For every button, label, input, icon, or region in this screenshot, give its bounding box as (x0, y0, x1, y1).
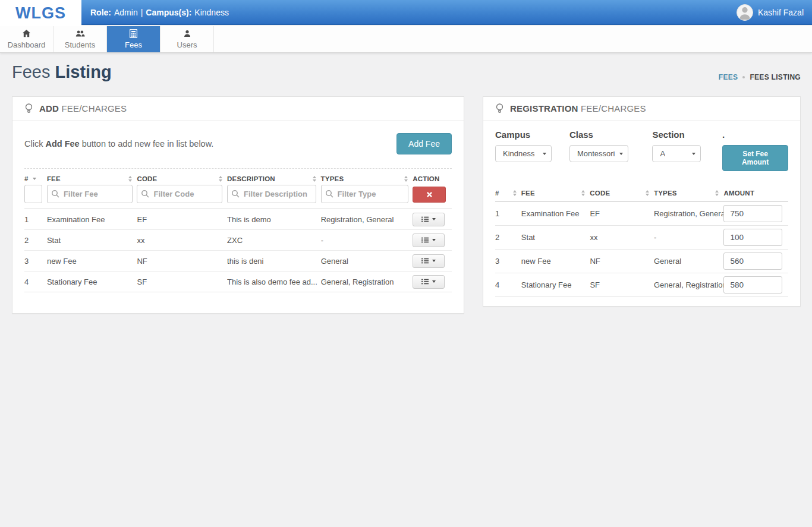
cell-code: NF (137, 257, 227, 266)
row-actions-dropdown[interactable] (413, 213, 445, 226)
tab-label: Students (65, 40, 95, 49)
hint-bold: Add Fee (45, 139, 79, 149)
caret-down-icon (692, 153, 695, 155)
sort-icon (404, 176, 413, 182)
panel-title-rest: FEE/CHARGES (59, 103, 127, 113)
row-actions-dropdown[interactable] (413, 233, 445, 247)
col-header-code[interactable]: CODE (590, 190, 654, 197)
cell-code: EF (137, 215, 227, 224)
page-title-light: Fees (12, 62, 50, 81)
app-logo-text: WLGS (15, 4, 66, 23)
cell-code: xx (590, 233, 654, 242)
cell-fee: Stationary Fee (521, 280, 590, 289)
list-icon (421, 216, 429, 223)
table-row: 2 Stat xx ZXC - (24, 230, 452, 251)
calculator-icon (130, 29, 137, 38)
filter-description-input[interactable] (227, 185, 316, 203)
cell-description: This is also demo fee ad... (227, 277, 321, 286)
breadcrumb-fees-link[interactable]: FEES (719, 73, 738, 81)
sort-icon (313, 176, 321, 182)
campus-label: Campus (495, 130, 552, 140)
x-icon (427, 192, 432, 197)
section-label: Section (652, 130, 701, 140)
col-header-num[interactable]: # (495, 190, 521, 197)
caret-down-icon (619, 153, 623, 155)
panel-title: REGISTRATION FEE/CHARGES (510, 103, 646, 113)
cell-num: 2 (24, 236, 47, 245)
sort-icon (646, 190, 654, 196)
cell-description: This is demo (227, 215, 321, 224)
add-fee-hint-row: Click Add Fee button to add new fee in l… (24, 121, 452, 169)
students-icon (75, 29, 85, 38)
breadcrumb: FEES FEES LISTING (719, 73, 801, 81)
registration-fee-panel: REGISTRATION FEE/CHARGES Campus Kindness… (483, 96, 801, 307)
user-menu[interactable]: Kashif Fazal (737, 0, 804, 25)
cell-fee: new Fee (521, 257, 590, 266)
cell-code: xx (137, 236, 227, 245)
amount-input[interactable] (723, 276, 782, 294)
col-header-num[interactable]: # (24, 175, 47, 182)
col-header-fee[interactable]: FEE (47, 175, 137, 182)
cell-num: 1 (495, 209, 521, 218)
tab-fees[interactable]: Fees (107, 26, 160, 52)
registration-filter-form: Campus Kindness Class Montessori Section… (495, 121, 788, 171)
campus-label: Campus(s): (146, 8, 191, 17)
section-select[interactable]: A (652, 145, 701, 162)
lightbulb-icon (24, 103, 33, 113)
cell-fee: Examination Fee (521, 209, 590, 218)
cell-types: Registration, General (321, 215, 413, 224)
page-title-bold: Listing (55, 62, 112, 81)
campus-value: Kindness (194, 8, 229, 17)
tab-students[interactable]: Students (53, 26, 107, 52)
col-header-fee[interactable]: FEE (521, 190, 590, 197)
col-header-description[interactable]: DESCRIPTION (227, 175, 321, 182)
filter-num-input[interactable] (24, 185, 42, 203)
col-header-amount: AMOUNT (723, 190, 788, 197)
add-fee-panel-header: ADD FEE/CHARGES (12, 97, 464, 121)
col-header-types[interactable]: TYPES (654, 190, 724, 197)
panel-title-rest: FEE/CHARGES (578, 103, 646, 113)
table-row: 4 Stationary Fee SF General, Registratio… (495, 273, 788, 297)
row-actions-dropdown[interactable] (413, 275, 445, 289)
tab-label: Fees (125, 40, 142, 49)
set-fee-amount-button[interactable]: Set Fee Amount (722, 145, 788, 171)
cell-code: SF (590, 280, 654, 289)
amount-input[interactable] (723, 253, 782, 270)
table-row: 4 Stationary Fee SF This is also demo fe… (24, 272, 452, 292)
amount-input[interactable] (723, 205, 782, 222)
cell-types: - (321, 236, 413, 245)
cell-types: Registration, General (654, 209, 724, 218)
add-fee-button[interactable]: Add Fee (396, 133, 452, 154)
filter-type-input[interactable] (321, 185, 408, 203)
col-header-types[interactable]: TYPES (321, 175, 413, 182)
separator: | (141, 8, 143, 17)
amount-input[interactable] (723, 229, 782, 246)
cell-code: SF (137, 277, 227, 286)
campus-select[interactable]: Kindness (495, 145, 552, 162)
list-icon (421, 236, 429, 244)
registration-panel-header: REGISTRATION FEE/CHARGES (483, 97, 800, 121)
tab-users[interactable]: Users (160, 26, 214, 52)
role-label: Role: (90, 8, 111, 17)
row-actions-dropdown[interactable] (413, 254, 445, 268)
clear-filters-button[interactable] (413, 187, 446, 203)
user-icon (183, 29, 191, 38)
col-header-code[interactable]: CODE (137, 175, 227, 182)
add-fee-hint: Click Add Fee button to add new fee in l… (24, 139, 213, 149)
filter-fee-input[interactable] (47, 185, 133, 203)
section-select-value: A (660, 149, 665, 158)
registration-table: # FEE CODE TYPES AMOUNT 1 Examination Fe… (495, 188, 788, 297)
cell-fee: Examination Fee (47, 215, 137, 224)
filter-code-input[interactable] (137, 185, 222, 203)
cell-fee: Stat (521, 233, 590, 242)
class-select[interactable]: Montessori (569, 145, 629, 162)
app-logo[interactable]: WLGS (0, 0, 81, 26)
avatar[interactable] (737, 4, 753, 21)
sort-caret-icon (33, 178, 36, 180)
tab-dashboard[interactable]: Dashboard (0, 26, 53, 52)
cell-types: General, Registration (321, 277, 413, 286)
cell-fee: Stat (47, 236, 137, 245)
list-icon (421, 257, 429, 264)
sort-icon (513, 190, 521, 196)
cell-types: General (654, 257, 724, 266)
